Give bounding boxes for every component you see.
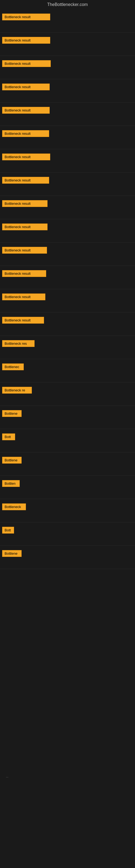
bottleneck-item-1[interactable]: Bottleneck result: [2, 13, 50, 22]
bottleneck-row-6: Bottleneck result: [0, 126, 135, 149]
bottleneck-item-2[interactable]: Bottleneck result: [2, 37, 50, 45]
bottleneck-label-6: Bottleneck result: [2, 130, 49, 137]
bottleneck-item-11[interactable]: Bottleneck result: [2, 247, 47, 255]
bottleneck-item-22[interactable]: Bottleneck: [2, 503, 26, 511]
bottleneck-label-12: Bottleneck result: [2, 270, 46, 277]
bottleneck-item-23[interactable]: Bott: [2, 527, 14, 535]
bottleneck-label-18: Bottlene: [2, 410, 21, 417]
bottleneck-row-23: Bott: [0, 522, 135, 546]
bottleneck-item-19[interactable]: Bott: [2, 433, 15, 441]
bottleneck-row-14: Bottleneck result: [0, 312, 135, 336]
bottleneck-item-24[interactable]: Bottlene: [2, 550, 21, 558]
bottleneck-item-14[interactable]: Bottleneck result: [2, 317, 44, 325]
bottleneck-label-1: Bottleneck result: [2, 13, 50, 20]
bottleneck-row-1: Bottleneck result: [0, 9, 135, 33]
bottleneck-row-20: Bottlene: [0, 453, 135, 476]
bottleneck-item-4[interactable]: Bottleneck result: [2, 84, 50, 91]
bottleneck-row-4: Bottleneck result: [0, 79, 135, 102]
bottleneck-item-6[interactable]: Bottleneck result: [2, 130, 49, 138]
bottleneck-label-8: Bottleneck result: [2, 177, 49, 184]
bottleneck-label-23: Bott: [2, 527, 14, 533]
bottleneck-label-11: Bottleneck result: [2, 247, 47, 254]
bottleneck-row-5: Bottleneck result: [0, 102, 135, 126]
bottleneck-item-15[interactable]: Bottleneck res: [2, 340, 35, 348]
bottleneck-item-9[interactable]: Bottleneck result: [2, 200, 48, 208]
bottleneck-item-16[interactable]: Bottlenec: [2, 364, 24, 371]
bottleneck-label-21: Bottlen: [2, 480, 20, 487]
bottleneck-label-22: Bottleneck: [2, 503, 26, 510]
bottleneck-row-18: Bottlene: [0, 406, 135, 429]
bottleneck-row-2: Bottleneck result: [0, 33, 135, 56]
bottleneck-row-24: Bottlene: [0, 546, 135, 569]
bottleneck-item-10[interactable]: Bottleneck result: [2, 223, 48, 231]
bottleneck-item-12[interactable]: Bottleneck result: [2, 270, 46, 278]
bottleneck-row-16: Bottlenec: [0, 359, 135, 382]
bottleneck-label-20: Bottlene: [2, 457, 21, 464]
bottleneck-label-2: Bottleneck result: [2, 37, 50, 44]
bottleneck-row-7: Bottleneck result: [0, 149, 135, 173]
bottleneck-item-20[interactable]: Bottlene: [2, 457, 21, 465]
bottleneck-item-7[interactable]: Bottleneck result: [2, 154, 50, 161]
site-title: TheBottlenecker.com: [0, 0, 135, 9]
bottleneck-row-9: Bottleneck result: [0, 196, 135, 219]
bottleneck-item-21[interactable]: Bottlen: [2, 480, 20, 488]
bottleneck-row-12: Bottleneck result: [0, 266, 135, 289]
ellipsis-text: ...: [4, 774, 10, 779]
bottleneck-label-24: Bottlene: [2, 550, 21, 557]
bottleneck-item-17[interactable]: Bottleneck re: [2, 387, 32, 395]
bottleneck-row-22: Bottleneck: [0, 499, 135, 522]
bottleneck-row-8: Bottleneck result: [0, 173, 135, 196]
ellipsis-area: ...: [0, 569, 135, 786]
bottleneck-label-14: Bottleneck result: [2, 317, 44, 323]
bottleneck-label-16: Bottlenec: [2, 364, 24, 370]
bottleneck-label-10: Bottleneck result: [2, 223, 48, 230]
bottleneck-label-7: Bottleneck result: [2, 154, 50, 160]
bottleneck-row-13: Bottleneck result: [0, 289, 135, 312]
bottleneck-item-18[interactable]: Bottlene: [2, 410, 21, 418]
bottleneck-row-11: Bottleneck result: [0, 243, 135, 266]
bottleneck-row-15: Bottleneck res: [0, 336, 135, 359]
bottleneck-item-13[interactable]: Bottleneck result: [2, 293, 45, 301]
bottleneck-row-10: Bottleneck result: [0, 219, 135, 243]
bottleneck-label-3: Bottleneck result: [2, 60, 51, 67]
bottleneck-label-15: Bottleneck res: [2, 340, 35, 347]
bottleneck-row-21: Bottlen: [0, 476, 135, 499]
bottleneck-label-19: Bott: [2, 433, 15, 440]
bottleneck-label-5: Bottleneck result: [2, 107, 50, 114]
bottleneck-row-3: Bottleneck result: [0, 56, 135, 79]
bottleneck-item-3[interactable]: Bottleneck result: [2, 60, 51, 68]
bottleneck-item-5[interactable]: Bottleneck result: [2, 107, 50, 115]
bottleneck-row-17: Bottleneck re: [0, 382, 135, 406]
site-title-text: TheBottlenecker.com: [47, 2, 88, 7]
bottleneck-label-4: Bottleneck result: [2, 84, 50, 90]
bottleneck-label-17: Bottleneck re: [2, 387, 32, 394]
bottleneck-row-19: Bott: [0, 429, 135, 453]
bottleneck-label-13: Bottleneck result: [2, 293, 45, 300]
bottleneck-label-9: Bottleneck result: [2, 200, 48, 207]
bottleneck-item-8[interactable]: Bottleneck result: [2, 177, 49, 185]
